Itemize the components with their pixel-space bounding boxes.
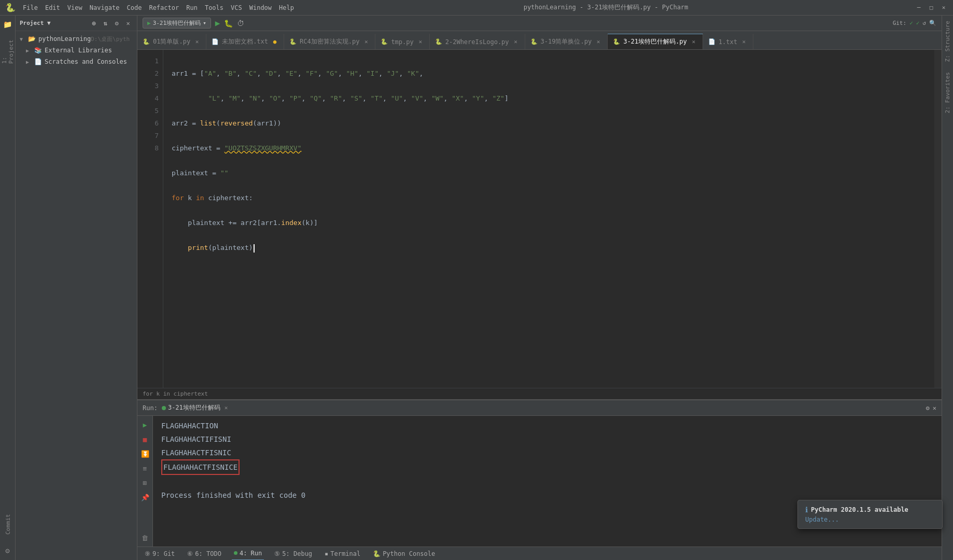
terminal-label: Terminal bbox=[330, 550, 360, 557]
code-line-7: plaintext += arr2[arr1.index(k)] bbox=[172, 217, 926, 229]
sidebar-item-pythonlearning[interactable]: ▼ 📂 pythonLearning D:\桌面\pyth bbox=[16, 33, 137, 45]
titlebar: 🐍 File Edit View Navigate Code Refactor … bbox=[0, 0, 953, 16]
run-trash-icon[interactable]: 🗑 bbox=[139, 532, 151, 543]
breadcrumb: for k in ciphertext bbox=[137, 388, 942, 399]
minimize-button[interactable]: ─ bbox=[915, 4, 923, 12]
code-line-4: ciphertext = "UOZTSZSZXGURHMRXV" bbox=[172, 142, 926, 155]
run-tab-close[interactable]: ✕ bbox=[225, 404, 228, 411]
activity-git[interactable]: Commit bbox=[2, 511, 14, 537]
toolbar-git-check[interactable]: ✓ bbox=[909, 20, 913, 26]
run-config-button[interactable]: ▶ 3-21埃特巴什解码 ▾ bbox=[143, 18, 211, 29]
sidebar-icon-add[interactable]: ⊕ bbox=[89, 19, 99, 28]
window-title: pythonLearning - 3-21埃特巴什解码.py - PyCharm bbox=[524, 3, 689, 12]
menu-bar[interactable]: File Edit View Navigate Code Refactor Ru… bbox=[20, 3, 297, 12]
toolbar-git-label: Git: bbox=[893, 20, 907, 26]
library-icon: 📚 bbox=[34, 47, 43, 54]
tab-close[interactable]: ✕ bbox=[193, 38, 201, 46]
sidebar-header-icons[interactable]: ⊕ ⇅ ⚙ ✕ bbox=[89, 19, 133, 28]
tab-1txt[interactable]: 📄 1.txt ✕ bbox=[703, 34, 753, 49]
tab-close[interactable]: ✕ bbox=[690, 38, 697, 46]
run-tab-active[interactable]: 3-21埃特巴什解码 ✕ bbox=[162, 403, 228, 412]
toolbar-profile-icon[interactable]: ⏱ bbox=[237, 19, 244, 27]
sidebar-icon-expand[interactable]: ⇅ bbox=[101, 19, 110, 28]
bottom-tab-python-console[interactable]: 🐍 Python Console bbox=[371, 547, 437, 561]
menu-refactor[interactable]: Refactor bbox=[146, 3, 182, 12]
toolbar-rollback-icon[interactable]: ↺ bbox=[922, 20, 926, 26]
menu-navigate[interactable]: Navigate bbox=[87, 3, 123, 12]
run-settings2-icon[interactable]: ≡ bbox=[139, 463, 151, 474]
menu-window[interactable]: Window bbox=[246, 3, 275, 12]
sidebar-title: Project ▼ bbox=[20, 20, 51, 26]
tab-3-21[interactable]: 🐍 3-21埃特巴什解码.py ✕ bbox=[608, 34, 703, 49]
code-editor[interactable]: 1 2 3 4 5 6 7 8 arr1 = ["A", "B", "C", "… bbox=[137, 50, 942, 388]
tab-close[interactable]: ✕ bbox=[740, 38, 748, 46]
menu-view[interactable]: View bbox=[64, 3, 86, 12]
close-button[interactable]: ✕ bbox=[940, 4, 948, 12]
project-name: pythonLearning bbox=[38, 35, 91, 43]
tab-whereislogo[interactable]: 🐍 2-2WhereIsLogo.py ✕ bbox=[430, 34, 525, 49]
tab-close[interactable]: ● bbox=[271, 38, 278, 46]
menu-tools[interactable]: Tools bbox=[202, 3, 227, 12]
tab-3-19[interactable]: 🐍 3-19简单换位.py ✕ bbox=[525, 34, 608, 49]
sidebar-item-external-libraries[interactable]: ▶ 📚 External Libraries bbox=[16, 45, 137, 56]
activity-project[interactable]: 📁 bbox=[2, 18, 14, 31]
maximize-button[interactable]: □ bbox=[927, 4, 935, 12]
bottom-tab-debug[interactable]: ⑤ 5: Debug bbox=[272, 547, 314, 561]
run-config-icon: ▶ bbox=[147, 20, 151, 26]
py-icon: 🐍 bbox=[613, 38, 620, 45]
run-close-icon[interactable]: ✕ bbox=[933, 404, 936, 412]
menu-edit[interactable]: Edit bbox=[42, 3, 63, 12]
run-pin-icon[interactable]: 📌 bbox=[139, 492, 151, 503]
menu-help[interactable]: Help bbox=[276, 3, 297, 12]
sidebar-header: Project ▼ ⊕ ⇅ ⚙ ✕ bbox=[16, 16, 137, 31]
code-line-2: "L", "M", "N", "O", "P", "Q", "R", "S", … bbox=[172, 92, 926, 105]
run-stop-icon[interactable]: ■ bbox=[139, 433, 151, 445]
scratch-icon: 📄 bbox=[34, 58, 43, 65]
bottom-tab-todo[interactable]: ⑥ 6: TODO bbox=[185, 547, 223, 561]
sidebar-icon-settings[interactable]: ⚙ bbox=[112, 19, 121, 28]
run-panel-header: Run: 3-21埃特巴什解码 ✕ ⚙ ✕ bbox=[137, 400, 942, 416]
toolbar-run-icon[interactable]: ▶ bbox=[215, 18, 220, 28]
run-rerun-icon[interactable]: ▶ bbox=[139, 419, 151, 430]
sidebar-icon-close[interactable]: ✕ bbox=[123, 19, 133, 28]
toolbar-debug-icon[interactable]: 🐛 bbox=[224, 19, 233, 27]
run-settings-icon[interactable]: ⚙ bbox=[926, 404, 930, 412]
sidebar-item-scratches[interactable]: ▶ 📄 Scratches and Consoles bbox=[16, 56, 137, 67]
line-num-1: 1 bbox=[137, 55, 159, 67]
menu-vcs[interactable]: VCS bbox=[228, 3, 245, 12]
line-num-2: 2 bbox=[137, 67, 159, 80]
sidebar-content: ▼ 📂 pythonLearning D:\桌面\pyth ▶ 📚 Extern… bbox=[16, 31, 137, 560]
toolbar-search-icon[interactable]: 🔍 bbox=[929, 20, 936, 26]
code-content[interactable]: arr1 = ["A", "B", "C", "D", "E", "F", "G… bbox=[163, 50, 934, 388]
git-icon: ⑨ bbox=[145, 550, 150, 557]
vtab-favorites[interactable]: 2: Favorites bbox=[942, 67, 953, 118]
run-status-dot bbox=[162, 406, 166, 410]
tab-unencrypted[interactable]: 📄 未加密文档.txt ● bbox=[206, 34, 284, 49]
titlebar-left: 🐍 File Edit View Navigate Code Refactor … bbox=[5, 3, 297, 12]
window-controls[interactable]: ─ □ ✕ bbox=[915, 4, 948, 12]
tab-01simple[interactable]: 🐍 01简单版.py ✕ bbox=[137, 34, 206, 49]
tab-tmp[interactable]: 🐍 tmp.py ✕ bbox=[375, 34, 429, 49]
toolbar-git-check2[interactable]: ✓ bbox=[916, 20, 920, 26]
menu-code[interactable]: Code bbox=[124, 3, 145, 12]
tab-close[interactable]: ✕ bbox=[595, 38, 602, 46]
run-filter-icon[interactable]: ⊞ bbox=[139, 477, 151, 488]
bottom-tab-git[interactable]: ⑨ 9: Git bbox=[143, 547, 177, 561]
tab-close[interactable]: ✕ bbox=[417, 38, 424, 46]
bottom-tab-terminal[interactable]: ▪ Terminal bbox=[323, 547, 362, 561]
vtab-structure[interactable]: Z: Structure bbox=[942, 16, 953, 67]
activity-bottom[interactable]: ⚙ bbox=[2, 544, 14, 557]
update-link[interactable]: Update... bbox=[805, 516, 839, 523]
menu-file[interactable]: File bbox=[20, 3, 41, 12]
menu-run[interactable]: Run bbox=[183, 3, 201, 12]
bottom-tab-run[interactable]: 4: Run bbox=[232, 547, 264, 561]
tab-close[interactable]: ✕ bbox=[512, 38, 520, 46]
tab-close[interactable]: ✕ bbox=[362, 38, 370, 46]
run-config-label: 3-21埃特巴什解码 bbox=[153, 19, 201, 27]
activity-bar: 📁 1: Project Commit ⚙ bbox=[0, 16, 16, 560]
code-line-3: arr2 = list(reversed(arr1)) bbox=[172, 117, 926, 130]
tab-rc4[interactable]: 🐍 RC4加密算法实现.py ✕ bbox=[284, 34, 375, 49]
expand-arrow: ▼ bbox=[20, 36, 28, 42]
activity-structure[interactable]: 1: Project bbox=[2, 33, 14, 64]
run-scroll-end-icon[interactable]: ⏬ bbox=[139, 448, 151, 459]
